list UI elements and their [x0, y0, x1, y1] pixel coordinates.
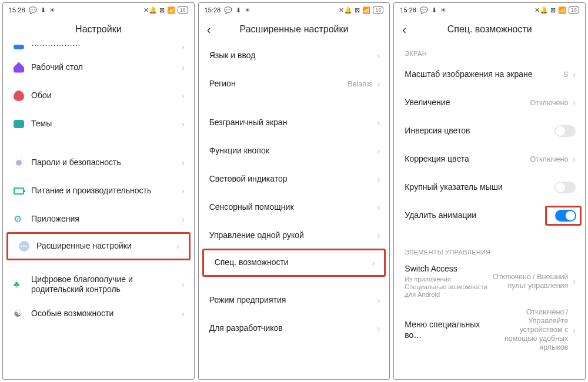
- row-led[interactable]: Световой индикатор ›: [199, 165, 390, 193]
- toggle-bigcursor[interactable]: [554, 182, 576, 193]
- battery-icon: [14, 187, 31, 195]
- header: ‹ Спец. возможности: [394, 17, 585, 42]
- accessibility-list[interactable]: ЭКРАН Масштаб изображения на экране S › …: [394, 42, 585, 379]
- signal-icon: ⊠: [355, 6, 360, 14]
- download-icon: ⬇: [236, 6, 241, 14]
- status-time: 15:28: [400, 6, 416, 14]
- label: Язык и ввод: [209, 51, 373, 61]
- row-notifications-cutoff[interactable]: ……………… ›: [3, 42, 194, 53]
- chat-icon: 💬: [224, 6, 232, 14]
- chevron-right-icon: ›: [176, 242, 179, 251]
- label: Крупный указатель мыши: [405, 182, 550, 193]
- download-icon: ⬇: [41, 6, 46, 14]
- label: Масштаб изображения на экране: [405, 69, 563, 80]
- label: Расширенные настройки: [36, 241, 172, 252]
- row-fullscreen[interactable]: Безграничный экран ›: [199, 109, 390, 137]
- battery-badge: 16: [569, 6, 579, 14]
- label: Инверсия цветов: [405, 126, 550, 136]
- label-sub: Из приложения Специальные возможности дл…: [405, 276, 492, 299]
- toggle-invert[interactable]: [554, 125, 576, 137]
- page-title: Настройки: [75, 24, 121, 35]
- label: Пароли и безопасность: [31, 158, 177, 168]
- settings-list[interactable]: ……………… › Рабочий стол › Обои › Темы › Па…: [3, 42, 194, 379]
- chevron-right-icon: ›: [377, 203, 380, 212]
- row-accessibility[interactable]: Спец. возможности ›: [202, 249, 386, 277]
- row-enterprise[interactable]: Режим предприятия ›: [199, 286, 390, 314]
- section-controls: ЭЛЕМЕНТЫ УПРАВЛЕНИЯ: [394, 240, 585, 259]
- chevron-right-icon: ›: [182, 309, 185, 319]
- row-apps[interactable]: ⚙ Приложения ›: [3, 205, 194, 233]
- chat-icon: 💬: [29, 6, 37, 14]
- value: Отключено / Управляйте устройством с пом…: [492, 308, 568, 352]
- row-wellbeing[interactable]: ♣ Цифровое благополучие и родительский к…: [3, 270, 194, 300]
- gear-icon: ⚙: [14, 213, 31, 224]
- label: Увеличение: [405, 98, 530, 108]
- phone-settings: 15:28 💬 ⬇ ☀ ✕🔔 ⊠ 📶 16 Настройки ……………… ›…: [2, 2, 195, 380]
- row-lang[interactable]: Язык и ввод ›: [199, 42, 390, 70]
- chevron-right-icon: ›: [182, 63, 185, 72]
- row-colorcorr[interactable]: Коррекция цвета Отключено ›: [394, 145, 585, 173]
- label: Switch Access Из приложения Специальные …: [405, 264, 492, 299]
- signal-icon: ⊠: [550, 6, 556, 14]
- chevron-right-icon: ›: [182, 158, 185, 167]
- flower-icon: [14, 91, 31, 101]
- back-button[interactable]: ‹: [402, 23, 406, 36]
- row-access-menu[interactable]: Меню специальных во… Отключено / Управля…: [394, 303, 585, 357]
- row-bigcursor[interactable]: Крупный указатель мыши: [394, 173, 585, 202]
- label: Меню специальных во…: [405, 320, 492, 340]
- row-developer[interactable]: Для разработчиков ›: [199, 314, 390, 343]
- page-title: Спец. возможности: [447, 24, 532, 35]
- row-buttons[interactable]: Функции кнопок ›: [199, 137, 390, 165]
- chevron-right-icon: ›: [573, 98, 576, 108]
- label: Питание и производительность: [31, 186, 177, 196]
- row-advanced[interactable]: ••• Расширенные настройки ›: [6, 232, 191, 260]
- row-zoom[interactable]: Увеличение Отключено ›: [394, 89, 585, 117]
- mute-icon: ✕🔔: [339, 6, 352, 14]
- value: Отключено / Внешний пульт управления: [492, 273, 568, 290]
- chevron-right-icon: ›: [182, 280, 185, 289]
- back-button[interactable]: ‹: [207, 23, 211, 36]
- label: Регион: [209, 79, 348, 89]
- wifi-icon: 📶: [362, 6, 370, 14]
- phone-accessibility: 15:28 💬 ⬇ ☀ ✕🔔 ⊠ 📶 16 ‹ Спец. возможност…: [393, 2, 586, 380]
- wifi-icon: 📶: [167, 6, 175, 14]
- plant-icon: ♣: [14, 279, 31, 290]
- row-invert[interactable]: Инверсия цветов: [394, 117, 585, 145]
- row-region[interactable]: Регион Belarus ›: [199, 70, 390, 98]
- square-icon: [14, 45, 31, 49]
- chevron-right-icon: ›: [377, 324, 380, 333]
- chevron-right-icon: ›: [377, 79, 380, 89]
- row-themes[interactable]: Темы ›: [3, 110, 194, 138]
- advanced-list[interactable]: Язык и ввод › Регион Belarus › Безгранич…: [199, 42, 390, 379]
- home-icon: [14, 62, 31, 73]
- wifi-icon: 📶: [558, 6, 566, 14]
- weather-icon: ☀: [440, 6, 446, 14]
- section-screen: ЭКРАН: [394, 42, 585, 61]
- row-removeanim[interactable]: Удалить анимации: [394, 202, 585, 230]
- page-title: Расширенные настройки: [240, 24, 349, 35]
- label: Рабочий стол: [31, 62, 177, 73]
- chevron-right-icon: ›: [182, 42, 185, 52]
- chevron-right-icon: ›: [573, 326, 576, 335]
- label: Сенсорный помощник: [209, 202, 373, 213]
- row-wallpaper[interactable]: Обои ›: [3, 82, 194, 110]
- mute-icon: ✕🔔: [143, 6, 157, 14]
- chevron-right-icon: ›: [182, 91, 185, 100]
- row-special[interactable]: ☯ Особые возможности ›: [3, 300, 194, 328]
- value: Belarus: [348, 80, 372, 89]
- row-desktop[interactable]: Рабочий стол ›: [3, 53, 194, 82]
- row-touchassist[interactable]: Сенсорный помощник ›: [199, 193, 390, 222]
- chevron-right-icon: ›: [573, 155, 576, 164]
- chevron-right-icon: ›: [372, 258, 375, 267]
- toggle-removeanim[interactable]: [555, 210, 576, 222]
- row-scale[interactable]: Масштаб изображения на экране S ›: [394, 61, 585, 89]
- label: Режим предприятия: [209, 295, 373, 306]
- row-onehand[interactable]: Управление одной рукой ›: [199, 222, 390, 250]
- row-power[interactable]: Питание и производительность ›: [3, 177, 194, 205]
- label: Обои: [31, 91, 177, 101]
- fingerprint-icon: [14, 158, 31, 168]
- mute-icon: ✕🔔: [534, 6, 548, 14]
- row-switch-access[interactable]: Switch Access Из приложения Специальные …: [394, 259, 585, 303]
- row-passwords[interactable]: Пароли и безопасность ›: [3, 149, 194, 177]
- header: ‹ Расширенные настройки: [199, 17, 390, 42]
